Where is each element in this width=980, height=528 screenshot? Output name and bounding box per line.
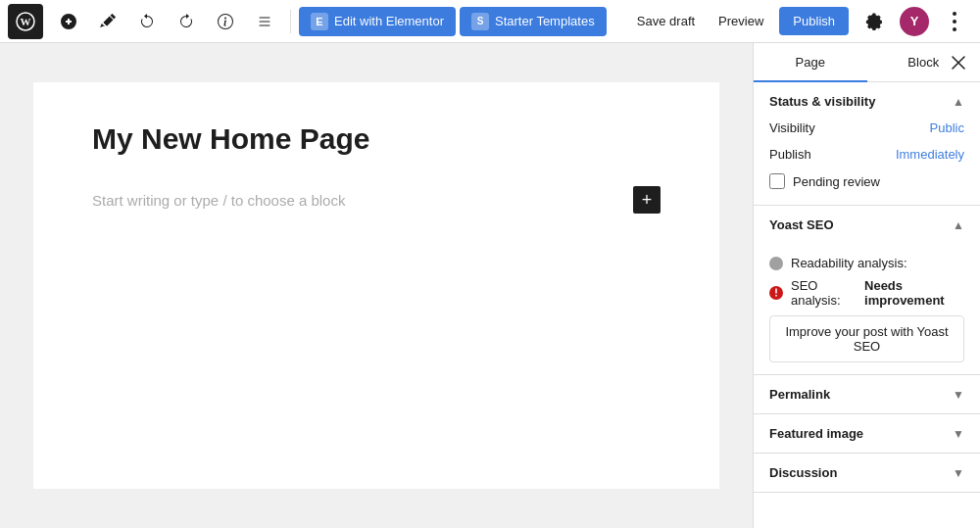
permalink-title: Permalink — [769, 387, 830, 402]
status-visibility-section: Status & visibility ▲ Visibility Public … — [754, 82, 980, 206]
featured-image-title: Featured image — [769, 426, 863, 441]
discussion-title: Discussion — [769, 465, 837, 480]
discussion-header[interactable]: Discussion ▼ — [754, 454, 980, 492]
publish-value[interactable]: Immediately — [896, 147, 964, 162]
wp-logo-icon[interactable]: W — [8, 4, 43, 39]
settings-button[interactable] — [857, 4, 892, 39]
add-block-inline-button[interactable]: + — [633, 186, 661, 214]
toolbar-left: W E Edit with Elementor S Starter Templa… — [8, 4, 625, 39]
add-block-inline-icon: + — [642, 190, 653, 211]
permalink-header[interactable]: Permalink ▼ — [754, 375, 980, 413]
yoast-icon-label: Y — [910, 14, 919, 28]
undo-button[interactable] — [129, 4, 165, 39]
yoast-icon[interactable]: Y — [900, 7, 929, 36]
toolbar: W E Edit with Elementor S Starter Templa… — [0, 0, 980, 43]
list-view-button[interactable] — [247, 4, 282, 39]
permalink-section: Permalink ▼ — [754, 375, 980, 414]
readability-label: Readability analysis: — [791, 256, 907, 270]
elementor-icon: E — [311, 13, 328, 30]
featured-image-section: Featured image ▼ — [754, 414, 980, 454]
toolbar-right: Save draft Preview Publish Y — [629, 4, 972, 39]
status-visibility-header[interactable]: Status & visibility ▲ — [754, 82, 980, 120]
elementor-btn-label: Edit with Elementor — [334, 14, 444, 28]
yoast-seo-title: Yoast SEO — [769, 217, 834, 232]
seo-analysis-value: Needs improvement — [864, 278, 964, 308]
sidebar: Page Block Status & visibility ▲ Visibil… — [753, 43, 980, 528]
svg-point-4 — [953, 27, 956, 31]
svg-point-2 — [953, 12, 956, 16]
page-title-input[interactable] — [92, 121, 661, 157]
tab-page[interactable]: Page — [754, 43, 867, 81]
info-button[interactable] — [208, 4, 243, 39]
yoast-chevron-icon: ▲ — [953, 218, 964, 232]
seo-analysis-label: SEO analysis: — [791, 278, 857, 308]
pending-review-checkbox[interactable] — [769, 173, 785, 189]
yoast-seo-header[interactable]: Yoast SEO ▲ — [754, 206, 980, 244]
starter-icon: S — [471, 13, 489, 30]
status-visibility-title: Status & visibility — [769, 94, 875, 109]
pending-review-row: Pending review — [769, 173, 964, 189]
starter-templates-button[interactable]: S Starter Templates — [460, 7, 607, 36]
edit-pen-button[interactable] — [90, 4, 125, 39]
publish-button[interactable]: Publish — [779, 7, 849, 35]
starter-btn-label: Starter Templates — [495, 14, 595, 28]
visibility-value[interactable]: Public — [930, 120, 964, 135]
discussion-chevron-icon: ▼ — [953, 466, 964, 480]
seo-analysis-row: SEO analysis: Needs improvement — [769, 278, 964, 308]
toolbar-divider — [290, 10, 291, 33]
discussion-section: Discussion ▼ — [754, 454, 980, 493]
add-block-toolbar-button[interactable] — [51, 4, 86, 39]
improve-yoast-button[interactable]: Improve your post with Yoast SEO — [769, 315, 964, 362]
yoast-seo-section: Yoast SEO ▲ Readability analysis: SEO an… — [754, 206, 980, 375]
seo-dot-icon — [769, 286, 783, 300]
block-placeholder: Start writing or type / to choose a bloc… — [92, 192, 345, 209]
editor-canvas: Start writing or type / to choose a bloc… — [33, 82, 719, 489]
readability-row: Readability analysis: — [769, 256, 964, 270]
publish-row: Publish Immediately — [769, 147, 964, 162]
yoast-content: Readability analysis: SEO analysis: Need… — [754, 244, 980, 374]
sidebar-tabs: Page Block — [754, 43, 980, 82]
more-options-button[interactable] — [937, 4, 972, 39]
featured-image-chevron-icon: ▼ — [953, 427, 964, 441]
readability-dot-icon — [769, 257, 783, 270]
redo-button[interactable] — [169, 4, 204, 39]
visibility-row: Visibility Public — [769, 120, 964, 135]
visibility-label: Visibility — [769, 120, 815, 135]
publish-label: Publish — [769, 147, 811, 162]
featured-image-header[interactable]: Featured image ▼ — [754, 414, 980, 453]
svg-text:W: W — [21, 16, 31, 27]
preview-button[interactable]: Preview — [710, 8, 771, 34]
save-draft-button[interactable]: Save draft — [629, 8, 703, 34]
svg-point-3 — [953, 20, 956, 24]
close-sidebar-button[interactable] — [941, 45, 976, 80]
permalink-chevron-icon: ▼ — [953, 388, 964, 402]
main-layout: Start writing or type / to choose a bloc… — [0, 43, 980, 528]
editor-area: Start writing or type / to choose a bloc… — [0, 43, 753, 528]
pending-review-label: Pending review — [793, 174, 880, 189]
status-visibility-content: Visibility Public Publish Immediately Pe… — [754, 120, 980, 205]
status-chevron-icon: ▲ — [953, 95, 964, 109]
edit-with-elementor-button[interactable]: E Edit with Elementor — [299, 7, 456, 36]
